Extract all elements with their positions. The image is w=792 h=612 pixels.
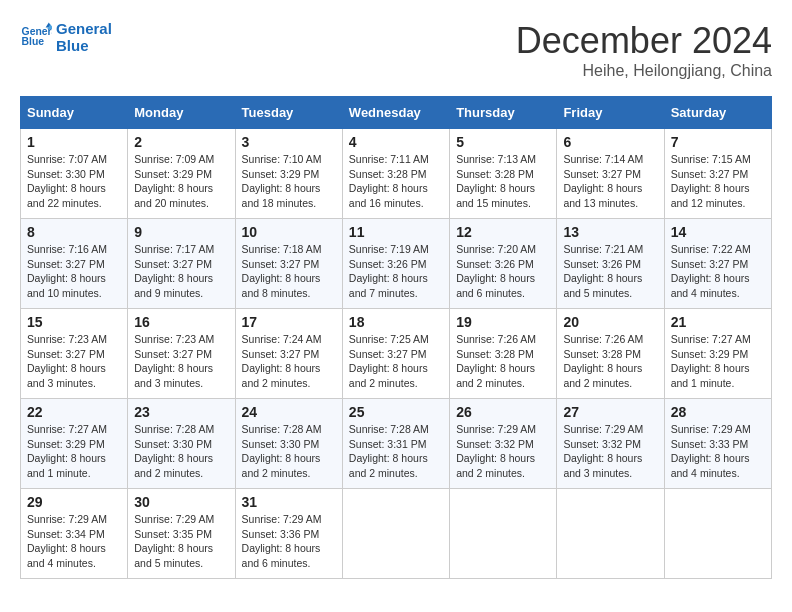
- calendar-cell: 12Sunrise: 7:20 AM Sunset: 3:26 PM Dayli…: [450, 219, 557, 309]
- day-number: 14: [671, 224, 765, 240]
- day-info: Sunrise: 7:25 AM Sunset: 3:27 PM Dayligh…: [349, 332, 443, 391]
- day-info: Sunrise: 7:18 AM Sunset: 3:27 PM Dayligh…: [242, 242, 336, 301]
- calendar-day-header: Sunday: [21, 97, 128, 129]
- day-info: Sunrise: 7:15 AM Sunset: 3:27 PM Dayligh…: [671, 152, 765, 211]
- logo: General Blue GeneralBlue: [20, 20, 112, 55]
- day-number: 13: [563, 224, 657, 240]
- calendar-day-header: Monday: [128, 97, 235, 129]
- day-number: 27: [563, 404, 657, 420]
- day-info: Sunrise: 7:28 AM Sunset: 3:31 PM Dayligh…: [349, 422, 443, 481]
- day-number: 10: [242, 224, 336, 240]
- calendar-cell: 10Sunrise: 7:18 AM Sunset: 3:27 PM Dayli…: [235, 219, 342, 309]
- day-number: 11: [349, 224, 443, 240]
- day-info: Sunrise: 7:13 AM Sunset: 3:28 PM Dayligh…: [456, 152, 550, 211]
- calendar-cell: 17Sunrise: 7:24 AM Sunset: 3:27 PM Dayli…: [235, 309, 342, 399]
- day-number: 30: [134, 494, 228, 510]
- day-number: 12: [456, 224, 550, 240]
- calendar-cell: 14Sunrise: 7:22 AM Sunset: 3:27 PM Dayli…: [664, 219, 771, 309]
- day-number: 19: [456, 314, 550, 330]
- calendar-cell: 23Sunrise: 7:28 AM Sunset: 3:30 PM Dayli…: [128, 399, 235, 489]
- day-info: Sunrise: 7:29 AM Sunset: 3:32 PM Dayligh…: [456, 422, 550, 481]
- calendar-table: SundayMondayTuesdayWednesdayThursdayFrid…: [20, 96, 772, 579]
- calendar-week-row: 22Sunrise: 7:27 AM Sunset: 3:29 PM Dayli…: [21, 399, 772, 489]
- calendar-day-header: Thursday: [450, 97, 557, 129]
- day-info: Sunrise: 7:20 AM Sunset: 3:26 PM Dayligh…: [456, 242, 550, 301]
- day-info: Sunrise: 7:26 AM Sunset: 3:28 PM Dayligh…: [563, 332, 657, 391]
- logo-text: GeneralBlue: [56, 20, 112, 55]
- calendar-cell: 13Sunrise: 7:21 AM Sunset: 3:26 PM Dayli…: [557, 219, 664, 309]
- day-number: 26: [456, 404, 550, 420]
- day-info: Sunrise: 7:14 AM Sunset: 3:27 PM Dayligh…: [563, 152, 657, 211]
- calendar-cell: 11Sunrise: 7:19 AM Sunset: 3:26 PM Dayli…: [342, 219, 449, 309]
- day-info: Sunrise: 7:19 AM Sunset: 3:26 PM Dayligh…: [349, 242, 443, 301]
- calendar-cell: 18Sunrise: 7:25 AM Sunset: 3:27 PM Dayli…: [342, 309, 449, 399]
- day-info: Sunrise: 7:28 AM Sunset: 3:30 PM Dayligh…: [134, 422, 228, 481]
- day-number: 17: [242, 314, 336, 330]
- calendar-body: 1Sunrise: 7:07 AM Sunset: 3:30 PM Daylig…: [21, 129, 772, 579]
- calendar-week-row: 29Sunrise: 7:29 AM Sunset: 3:34 PM Dayli…: [21, 489, 772, 579]
- day-info: Sunrise: 7:21 AM Sunset: 3:26 PM Dayligh…: [563, 242, 657, 301]
- calendar-cell: 8Sunrise: 7:16 AM Sunset: 3:27 PM Daylig…: [21, 219, 128, 309]
- calendar-cell: 3Sunrise: 7:10 AM Sunset: 3:29 PM Daylig…: [235, 129, 342, 219]
- calendar-cell: 16Sunrise: 7:23 AM Sunset: 3:27 PM Dayli…: [128, 309, 235, 399]
- day-number: 7: [671, 134, 765, 150]
- day-number: 9: [134, 224, 228, 240]
- day-info: Sunrise: 7:23 AM Sunset: 3:27 PM Dayligh…: [134, 332, 228, 391]
- day-info: Sunrise: 7:29 AM Sunset: 3:36 PM Dayligh…: [242, 512, 336, 571]
- day-number: 6: [563, 134, 657, 150]
- calendar-cell: 9Sunrise: 7:17 AM Sunset: 3:27 PM Daylig…: [128, 219, 235, 309]
- calendar-day-header: Wednesday: [342, 97, 449, 129]
- calendar-cell: 1Sunrise: 7:07 AM Sunset: 3:30 PM Daylig…: [21, 129, 128, 219]
- day-info: Sunrise: 7:11 AM Sunset: 3:28 PM Dayligh…: [349, 152, 443, 211]
- day-number: 5: [456, 134, 550, 150]
- calendar-cell: 5Sunrise: 7:13 AM Sunset: 3:28 PM Daylig…: [450, 129, 557, 219]
- month-title: December 2024: [516, 20, 772, 62]
- calendar-cell: [664, 489, 771, 579]
- calendar-cell: 24Sunrise: 7:28 AM Sunset: 3:30 PM Dayli…: [235, 399, 342, 489]
- page-header: General Blue GeneralBlue December 2024 H…: [20, 20, 772, 80]
- calendar-cell: 4Sunrise: 7:11 AM Sunset: 3:28 PM Daylig…: [342, 129, 449, 219]
- calendar-week-row: 1Sunrise: 7:07 AM Sunset: 3:30 PM Daylig…: [21, 129, 772, 219]
- calendar-week-row: 15Sunrise: 7:23 AM Sunset: 3:27 PM Dayli…: [21, 309, 772, 399]
- location: Heihe, Heilongjiang, China: [516, 62, 772, 80]
- calendar-cell: 15Sunrise: 7:23 AM Sunset: 3:27 PM Dayli…: [21, 309, 128, 399]
- calendar-cell: 21Sunrise: 7:27 AM Sunset: 3:29 PM Dayli…: [664, 309, 771, 399]
- day-info: Sunrise: 7:23 AM Sunset: 3:27 PM Dayligh…: [27, 332, 121, 391]
- calendar-cell: 30Sunrise: 7:29 AM Sunset: 3:35 PM Dayli…: [128, 489, 235, 579]
- day-info: Sunrise: 7:27 AM Sunset: 3:29 PM Dayligh…: [671, 332, 765, 391]
- day-number: 29: [27, 494, 121, 510]
- calendar-cell: [342, 489, 449, 579]
- day-info: Sunrise: 7:16 AM Sunset: 3:27 PM Dayligh…: [27, 242, 121, 301]
- calendar-cell: 22Sunrise: 7:27 AM Sunset: 3:29 PM Dayli…: [21, 399, 128, 489]
- calendar-cell: [450, 489, 557, 579]
- calendar-cell: 6Sunrise: 7:14 AM Sunset: 3:27 PM Daylig…: [557, 129, 664, 219]
- calendar-cell: [557, 489, 664, 579]
- day-number: 24: [242, 404, 336, 420]
- calendar-cell: 29Sunrise: 7:29 AM Sunset: 3:34 PM Dayli…: [21, 489, 128, 579]
- day-number: 15: [27, 314, 121, 330]
- day-number: 22: [27, 404, 121, 420]
- day-number: 20: [563, 314, 657, 330]
- day-info: Sunrise: 7:26 AM Sunset: 3:28 PM Dayligh…: [456, 332, 550, 391]
- calendar-day-header: Saturday: [664, 97, 771, 129]
- day-info: Sunrise: 7:27 AM Sunset: 3:29 PM Dayligh…: [27, 422, 121, 481]
- calendar-header-row: SundayMondayTuesdayWednesdayThursdayFrid…: [21, 97, 772, 129]
- day-info: Sunrise: 7:22 AM Sunset: 3:27 PM Dayligh…: [671, 242, 765, 301]
- day-number: 23: [134, 404, 228, 420]
- day-number: 2: [134, 134, 228, 150]
- calendar-cell: 26Sunrise: 7:29 AM Sunset: 3:32 PM Dayli…: [450, 399, 557, 489]
- day-number: 31: [242, 494, 336, 510]
- calendar-cell: 28Sunrise: 7:29 AM Sunset: 3:33 PM Dayli…: [664, 399, 771, 489]
- day-info: Sunrise: 7:10 AM Sunset: 3:29 PM Dayligh…: [242, 152, 336, 211]
- day-info: Sunrise: 7:29 AM Sunset: 3:35 PM Dayligh…: [134, 512, 228, 571]
- day-number: 18: [349, 314, 443, 330]
- day-info: Sunrise: 7:17 AM Sunset: 3:27 PM Dayligh…: [134, 242, 228, 301]
- day-number: 4: [349, 134, 443, 150]
- calendar-cell: 19Sunrise: 7:26 AM Sunset: 3:28 PM Dayli…: [450, 309, 557, 399]
- calendar-cell: 7Sunrise: 7:15 AM Sunset: 3:27 PM Daylig…: [664, 129, 771, 219]
- calendar-day-header: Friday: [557, 97, 664, 129]
- day-info: Sunrise: 7:29 AM Sunset: 3:34 PM Dayligh…: [27, 512, 121, 571]
- day-number: 21: [671, 314, 765, 330]
- calendar-day-header: Tuesday: [235, 97, 342, 129]
- day-info: Sunrise: 7:29 AM Sunset: 3:33 PM Dayligh…: [671, 422, 765, 481]
